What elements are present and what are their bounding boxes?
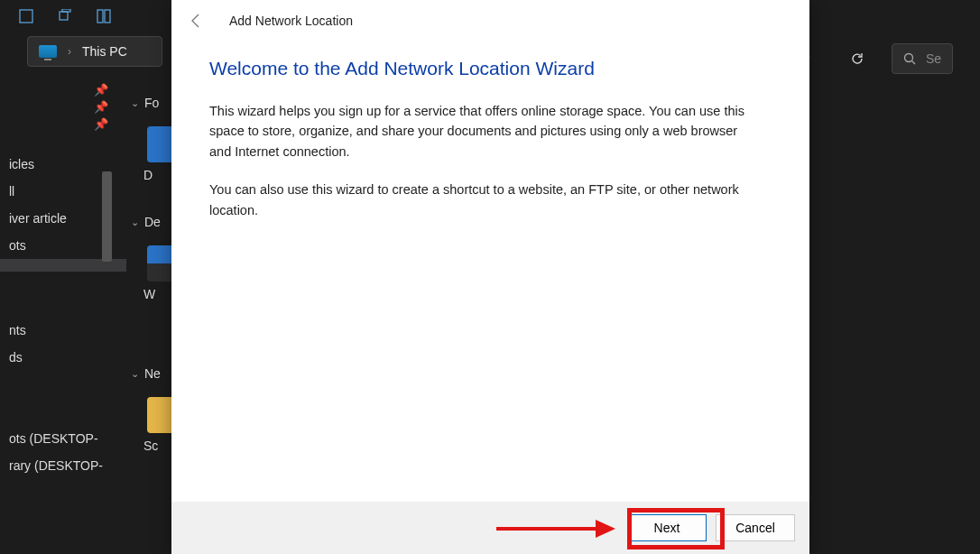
search-icon — [903, 52, 917, 66]
refresh-button[interactable] — [839, 43, 875, 74]
right-toolbar: Se — [787, 40, 953, 78]
chevron-down-icon: ⌄ — [131, 217, 139, 228]
search-placeholder: Se — [926, 51, 941, 66]
wizard-title: Add Network Location — [229, 14, 353, 28]
sidebar-item[interactable]: ots (DESKTOP- — [0, 425, 126, 452]
section-label: Ne — [144, 366, 161, 381]
toolbar-icon-3[interactable] — [96, 8, 112, 24]
pin-icon: 📌 — [0, 98, 126, 115]
svg-rect-0 — [20, 10, 32, 23]
sidebar-item[interactable]: rary (DESKTOP- — [0, 452, 126, 479]
tab-icon[interactable] — [57, 8, 73, 24]
section-label: De — [144, 215, 161, 229]
svg-point-5 — [904, 53, 912, 61]
breadcrumb-chevron-icon: › — [68, 45, 71, 58]
section-devices[interactable]: ⌄De — [131, 215, 161, 229]
sidebar-item[interactable]: ds — [0, 344, 126, 371]
svg-line-6 — [911, 60, 915, 64]
svg-rect-3 — [97, 10, 103, 23]
section-folders[interactable]: ⌄Fo — [131, 96, 159, 110]
back-button[interactable] — [186, 11, 206, 31]
address-bar[interactable]: › This PC — [27, 36, 162, 67]
pin-icon: 📌 — [0, 115, 126, 133]
wizard-paragraph-1: This wizard helps you sign up for a serv… — [209, 101, 760, 162]
sidebar-scrollbar[interactable] — [102, 171, 112, 262]
this-pc-icon — [39, 45, 57, 58]
svg-rect-2 — [62, 9, 70, 12]
wizard-body: Welcome to the Add Network Location Wiza… — [171, 40, 809, 502]
wizard-header: Add Network Location — [171, 0, 809, 40]
search-box[interactable]: Se — [892, 43, 953, 74]
chevron-down-icon: ⌄ — [131, 368, 139, 380]
next-button[interactable]: Next — [627, 514, 707, 541]
toolbar-icon-1[interactable] — [18, 8, 34, 24]
wizard-paragraph-2: You can also use this wizard to create a… — [209, 180, 760, 220]
wizard-footer: Next Cancel — [171, 502, 809, 554]
sidebar-item[interactable]: nts — [0, 317, 126, 344]
pin-icon: 📌 — [0, 81, 126, 98]
section-network[interactable]: ⌄Ne — [131, 366, 161, 381]
sidebar: 📌 📌 📌 icles ll iver article ots nts ds o… — [0, 81, 126, 550]
svg-rect-1 — [60, 12, 68, 20]
section-label: Fo — [144, 96, 159, 110]
breadcrumb-this-pc[interactable]: This PC — [82, 44, 127, 59]
svg-rect-4 — [105, 10, 110, 23]
wizard-heading: Welcome to the Add Network Location Wiza… — [209, 58, 772, 79]
cancel-button[interactable]: Cancel — [716, 514, 795, 541]
add-network-location-wizard: Add Network Location Welcome to the Add … — [171, 0, 809, 554]
chevron-down-icon: ⌄ — [131, 97, 139, 109]
